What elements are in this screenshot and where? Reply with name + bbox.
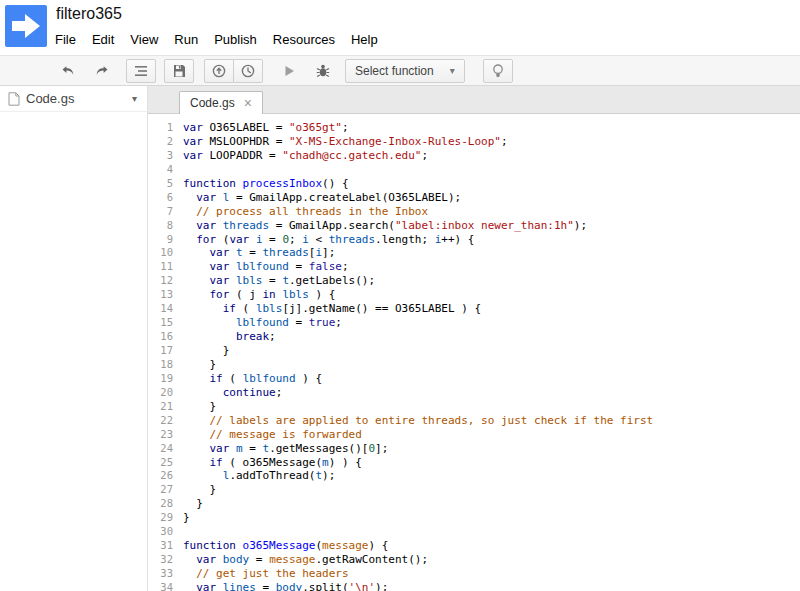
line-number: 3 xyxy=(149,149,173,163)
code-line: 11 var lblfound = false; xyxy=(149,260,800,274)
menu-help[interactable]: Help xyxy=(343,29,386,50)
line-number: 32 xyxy=(149,553,173,567)
code-line: 28 } xyxy=(149,497,800,511)
code-line: 14 if ( lbls[j].getName() == O365LABEL )… xyxy=(149,302,800,316)
code-line: 33 // get just the headers xyxy=(149,567,800,581)
code-line: 25 if ( o365Message(m) ) { xyxy=(149,456,800,470)
line-number: 13 xyxy=(149,288,173,302)
code-line: 13 for ( j in lbls ) { xyxy=(149,288,800,302)
code-line: 34 var lines = body.split('\n'); xyxy=(149,581,800,591)
undo-icon xyxy=(60,63,76,79)
code-line: 21 } xyxy=(149,400,800,414)
code-line: 5function processInbox() { xyxy=(149,177,800,191)
run-button[interactable] xyxy=(275,60,303,82)
project-title[interactable]: filtero365 xyxy=(56,5,122,23)
select-function-dropdown[interactable]: Select function ▾ xyxy=(345,59,465,83)
code-line: 12 var lbls = t.getLabels(); xyxy=(149,274,800,288)
triggers-button[interactable] xyxy=(234,59,263,83)
apps-script-logo xyxy=(5,5,47,47)
close-icon[interactable]: × xyxy=(244,96,252,110)
code-line: 27 } xyxy=(149,483,800,497)
line-number: 20 xyxy=(149,386,173,400)
lightbulb-icon xyxy=(490,63,506,79)
code-line: 24 var m = t.getMessages()[0]; xyxy=(149,442,800,456)
code-line: 22 // labels are applied to entire threa… xyxy=(149,414,800,428)
code-line: 30 xyxy=(149,525,800,539)
file-icon xyxy=(8,92,20,106)
file-name: Code.gs xyxy=(26,91,74,106)
code-line: 26 l.addToThread(t); xyxy=(149,469,800,483)
line-number: 12 xyxy=(149,274,173,288)
save-icon xyxy=(171,63,187,79)
deploy-icon xyxy=(211,63,227,79)
clock-icon xyxy=(240,63,256,79)
code-line: 2var MSLOOPHDR = "X-MS-Exchange-Inbox-Ru… xyxy=(149,135,800,149)
code-line: 19 if ( lblfound ) { xyxy=(149,372,800,386)
line-number: 7 xyxy=(149,205,173,219)
menu-view[interactable]: View xyxy=(122,29,166,50)
tab-code-gs[interactable]: Code.gs × xyxy=(179,91,263,114)
chevron-down-icon[interactable]: ▾ xyxy=(132,93,137,104)
code-line: 17 } xyxy=(149,344,800,358)
menu-edit[interactable]: Edit xyxy=(84,29,122,50)
line-number: 19 xyxy=(149,372,173,386)
file-item-code-gs[interactable]: Code.gs ▾ xyxy=(0,86,147,112)
line-number: 22 xyxy=(149,414,173,428)
toolbar: Select function ▾ xyxy=(0,55,800,86)
menu-file[interactable]: File xyxy=(47,29,84,50)
code-line: 31function o365Message(message) { xyxy=(149,539,800,553)
code-line: 15 lblfound = true; xyxy=(149,316,800,330)
code-line: 1var O365LABEL = "o365gt"; xyxy=(149,121,800,135)
select-function-label: Select function xyxy=(355,64,434,78)
arrow-icon xyxy=(6,6,46,46)
suggestions-button[interactable] xyxy=(483,59,513,83)
menu-resources[interactable]: Resources xyxy=(265,29,343,50)
code-line: 18 } xyxy=(149,358,800,372)
code-line: 10 var t = threads[i]; xyxy=(149,246,800,260)
menu-publish[interactable]: Publish xyxy=(206,29,265,50)
code-line: 32 var body = message.getRawContent(); xyxy=(149,553,800,567)
line-number: 1 xyxy=(149,121,173,135)
line-number: 2 xyxy=(149,135,173,149)
line-number: 25 xyxy=(149,456,173,470)
line-number: 23 xyxy=(149,428,173,442)
tab-bar: Code.gs × xyxy=(148,86,800,114)
line-number: 28 xyxy=(149,497,173,511)
line-number: 26 xyxy=(149,469,173,483)
menu-run[interactable]: Run xyxy=(166,29,206,50)
line-number: 31 xyxy=(149,539,173,553)
line-number: 29 xyxy=(149,511,173,525)
file-sidebar: Code.gs ▾ xyxy=(0,86,148,591)
indent-icon xyxy=(133,63,149,79)
undo-button[interactable] xyxy=(54,60,82,82)
code-line: 9 for (var i = 0; i < threads.length; i+… xyxy=(149,233,800,247)
line-number: 5 xyxy=(149,177,173,191)
debug-button[interactable] xyxy=(309,60,337,82)
line-number: 27 xyxy=(149,483,173,497)
line-number: 8 xyxy=(149,219,173,233)
code-line: 7 // process all threads in the Inbox xyxy=(149,205,800,219)
code-editor[interactable]: 1var O365LABEL = "o365gt";2var MSLOOPHDR… xyxy=(149,114,800,591)
line-number: 4 xyxy=(149,163,173,177)
deploy-button[interactable] xyxy=(204,59,234,83)
line-number: 18 xyxy=(149,358,173,372)
line-number: 34 xyxy=(149,581,173,591)
code-line: 23 // message is forwarded xyxy=(149,428,800,442)
run-icon xyxy=(281,63,297,79)
save-button[interactable] xyxy=(164,59,194,83)
line-number: 14 xyxy=(149,302,173,316)
code-line: 16 break; xyxy=(149,330,800,344)
tab-label: Code.gs xyxy=(190,96,235,110)
line-number: 17 xyxy=(149,344,173,358)
code-area[interactable]: 1var O365LABEL = "o365gt";2var MSLOOPHDR… xyxy=(149,121,800,591)
line-number: 21 xyxy=(149,400,173,414)
indent-button[interactable] xyxy=(126,59,156,83)
line-number: 30 xyxy=(149,525,173,539)
redo-button[interactable] xyxy=(88,60,116,82)
line-number: 11 xyxy=(149,260,173,274)
code-line: 29} xyxy=(149,511,800,525)
menubar: File Edit View Run Publish Resources Hel… xyxy=(47,29,386,50)
line-number: 24 xyxy=(149,442,173,456)
code-line: 4 xyxy=(149,163,800,177)
code-line: 3var LOOPADDR = "chadh@cc.gatech.edu"; xyxy=(149,149,800,163)
